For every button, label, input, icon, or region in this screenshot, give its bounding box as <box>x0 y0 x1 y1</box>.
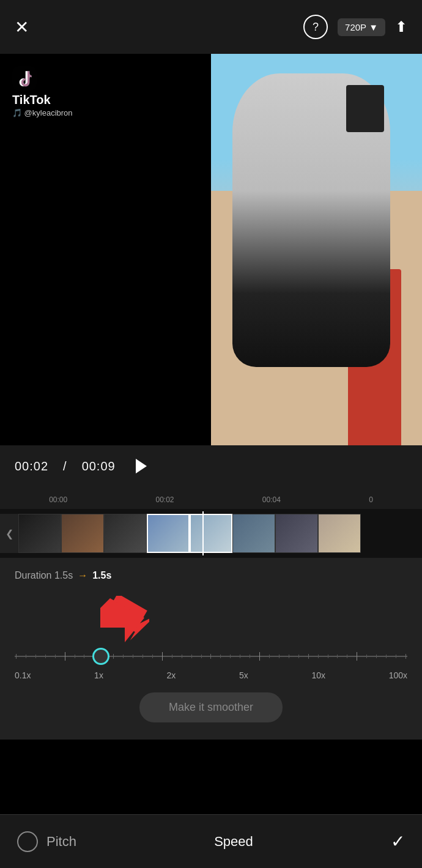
smoother-section: Make it smoother <box>15 692 407 722</box>
timeline-ruler: 00:00 00:02 00:04 0 <box>0 491 422 509</box>
speed-label-4: 10x <box>311 670 325 680</box>
speed-labels: 0.1x 1x 2x 5x 10x 100x <box>15 670 407 680</box>
playhead <box>202 511 204 555</box>
speed-label-2: 2x <box>167 670 176 680</box>
speed-label-1: 1x <box>94 670 103 680</box>
speed-section: Duration 1.5s → 1.5s <box>0 558 422 740</box>
thumbnail-4-highlight <box>147 514 190 553</box>
video-left-panel: TikTok 🎵 @kyleacibron <box>0 54 211 445</box>
tiktok-user: 🎵 @kyleacibron <box>12 108 73 117</box>
thumbnail-8 <box>318 514 361 553</box>
pitch-toggle[interactable] <box>17 831 38 852</box>
duration-value: 1.5s <box>92 570 111 581</box>
chevron-down-icon: ▼ <box>369 22 378 32</box>
video-right-panel <box>211 54 422 445</box>
close-icon[interactable]: ✕ <box>15 17 29 37</box>
thumbnail-2 <box>61 514 104 553</box>
quality-label: 720P <box>345 22 366 32</box>
speed-label-3: 5x <box>239 670 248 680</box>
red-arrow-icon <box>100 596 149 645</box>
speed-label-0: 0.1x <box>15 670 31 680</box>
ruler-labels: 00:00 00:02 00:04 0 <box>5 495 417 504</box>
top-bar: ✕ ? 720P ▼ ⬆ <box>0 0 422 54</box>
make-smoother-button[interactable]: Make it smoother <box>139 692 283 722</box>
help-icon: ? <box>313 21 319 34</box>
strip-thumbnails: ❮ <box>0 514 422 553</box>
ruler-mark-2: 00:04 <box>262 495 281 504</box>
red-arrow-container <box>15 596 407 645</box>
tiktok-branding: TikTok 🎵 @kyleacibron <box>12 66 73 117</box>
ruler-mark-0: 00:00 <box>49 495 67 504</box>
speed-slider[interactable]: 0.1x 1x 2x 5x 10x 100x <box>15 647 407 680</box>
duration-arrow: → <box>78 570 87 581</box>
confirm-button[interactable]: ✓ <box>391 831 405 851</box>
bottom-bar: Pitch Speed ✓ <box>0 814 422 868</box>
duration-label: Duration 1.5s <box>15 570 73 581</box>
current-time: 00:02 <box>15 459 48 473</box>
help-button[interactable]: ? <box>303 15 328 39</box>
pitch-section[interactable]: Pitch <box>17 831 76 852</box>
controls-area: 00:02 / 00:09 <box>0 445 422 491</box>
time-separator: / <box>63 459 67 473</box>
time-display: 00:02 / 00:09 <box>15 455 407 477</box>
svg-rect-0 <box>12 66 37 91</box>
duration-row: Duration 1.5s → 1.5s <box>15 570 407 581</box>
speed-label-5: 100x <box>389 670 407 680</box>
thumbnail-5-highlight <box>190 514 232 553</box>
thumbnail-1 <box>18 514 61 553</box>
tiktok-title: TikTok <box>12 93 51 107</box>
ruler-mark-1: 00:02 <box>155 495 174 504</box>
pitch-label: Pitch <box>46 834 76 850</box>
timeline-strip[interactable]: ❮ <box>0 509 422 558</box>
quality-button[interactable]: 720P ▼ <box>338 18 385 36</box>
total-time: 00:09 <box>82 459 116 473</box>
upload-button[interactable]: ⬆ <box>395 18 407 35</box>
video-area: TikTok 🎵 @kyleacibron <box>0 54 422 445</box>
speed-slider-thumb[interactable] <box>92 648 109 665</box>
thumbnail-3 <box>104 514 147 553</box>
speed-tab-label: Speed <box>214 834 253 850</box>
play-button[interactable] <box>130 455 152 477</box>
thumbnail-6 <box>232 514 275 553</box>
top-bar-right: ? 720P ▼ ⬆ <box>303 15 407 39</box>
thumbnail-7 <box>275 514 318 553</box>
play-icon <box>136 459 147 473</box>
ruler-mark-3: 0 <box>369 495 373 504</box>
tiktok-icon <box>12 66 37 91</box>
scroll-left-icon[interactable]: ❮ <box>6 528 13 540</box>
